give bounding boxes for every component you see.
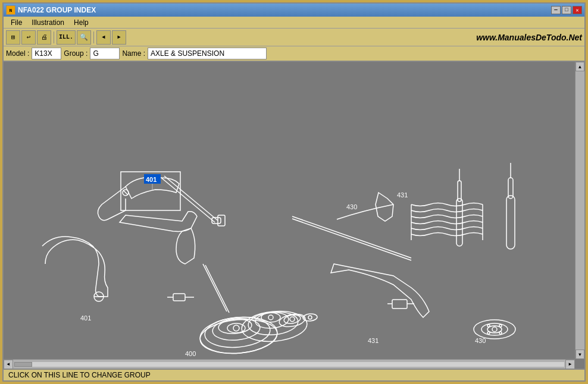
maximize-button[interactable]: □ [562, 6, 571, 14]
toolbar: ⊞ ↩ 🖨 ILL. 🔍 ◄ ► www.ManualesDeTodo.Net [4, 29, 584, 46]
toolbar-columns-button[interactable]: ILL. [57, 30, 76, 45]
model-value[interactable]: K13X [32, 48, 61, 59]
parts-diagram: 401 401 [4, 62, 575, 359]
svg-text:401: 401 [146, 176, 157, 183]
app-icon: N [6, 5, 15, 15]
title-bar-left: N NFA022 GROUP INDEX [6, 5, 96, 15]
toolbar-search-button[interactable]: 🔍 [77, 30, 91, 45]
menu-illustration[interactable]: Illustration [27, 17, 69, 28]
status-bar[interactable]: CLICK ON THIS LINE TO CHANGE GROUP [4, 369, 584, 380]
main-content: 401 401 [4, 62, 584, 369]
group-value[interactable]: G [90, 48, 120, 59]
diagram-area[interactable]: 401 401 [4, 62, 575, 359]
name-value[interactable]: AXLE & SUSPENSION [148, 48, 267, 59]
model-label: Model : [6, 49, 29, 58]
toolbar-undo-button[interactable]: ↩ [21, 30, 36, 45]
toolbar-print-button[interactable]: 🖨 [37, 30, 51, 45]
watermark: www.ManualesDeTodo.Net [476, 33, 582, 42]
name-label: Name : [122, 49, 145, 58]
main-window: N NFA022 GROUP INDEX — □ ✕ File Illustra… [2, 2, 586, 382]
toolbar-next-button[interactable]: ► [112, 30, 126, 45]
window-title: NFA022 GROUP INDEX [18, 6, 96, 14]
scroll-down-button[interactable]: ▼ [576, 350, 584, 359]
horizontal-scrollbar[interactable]: ◄ ► [4, 359, 575, 369]
minimize-button[interactable]: — [551, 6, 561, 14]
svg-text:431: 431 [368, 337, 379, 344]
menu-help[interactable]: Help [69, 17, 93, 28]
toolbar-prev-button[interactable]: ◄ [96, 30, 111, 45]
toolbar-grid-button[interactable]: ⊞ [6, 30, 20, 45]
status-text: CLICK ON THIS LINE TO CHANGE GROUP [8, 371, 151, 379]
svg-rect-0 [7, 62, 572, 359]
scroll-right-button[interactable]: ► [565, 360, 575, 369]
group-label: Group : [64, 49, 87, 58]
vertical-scrollbar[interactable]: ▲ ▼ [575, 62, 584, 359]
svg-text:430: 430 [475, 337, 486, 344]
title-bar: N NFA022 GROUP INDEX — □ ✕ [4, 4, 584, 17]
close-button[interactable]: ✕ [573, 6, 582, 14]
menu-bar: File Illustration Help [4, 17, 584, 29]
toolbar-separator-1 [54, 32, 54, 43]
title-buttons: — □ ✕ [551, 6, 582, 14]
svg-text:430: 430 [346, 203, 357, 210]
h-scroll-thumb[interactable] [14, 362, 32, 367]
scroll-left-button[interactable]: ◄ [4, 360, 13, 369]
scroll-up-button[interactable]: ▲ [576, 62, 584, 71]
menu-file[interactable]: File [6, 17, 27, 28]
svg-text:431: 431 [397, 191, 408, 199]
info-bar: Model : K13X Group : G Name : AXLE & SUS… [4, 46, 584, 62]
svg-text:400: 400 [185, 350, 196, 357]
h-scroll-track[interactable] [14, 362, 564, 367]
svg-text:401: 401 [80, 314, 91, 322]
toolbar-separator-2 [93, 32, 94, 43]
